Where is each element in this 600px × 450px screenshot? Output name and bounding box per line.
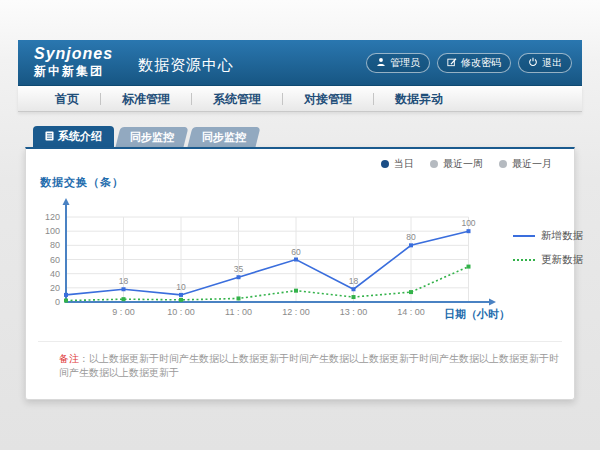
tab-label: 系统介绍 [58,129,102,144]
page-title: 数据资源中心 [138,56,234,75]
svg-text:60: 60 [291,247,301,257]
user-icon [376,57,386,69]
x-axis-title: 日期（小时） [444,307,510,322]
svg-text:10: 10 [176,282,186,292]
action-label: 修改密码 [461,56,501,70]
legend-label: 更新数据 [541,253,583,267]
main-nav: 首页标准管理系统管理对接管理数据异动 [18,86,582,112]
svg-text:18: 18 [119,276,129,286]
tab-2[interactable]: 同步监控 [116,127,189,147]
time-range-group: 当日最近一周最近一月 [381,157,552,171]
svg-text:12 : 00: 12 : 00 [282,307,310,317]
svg-text:0: 0 [55,297,60,307]
action-label: 退出 [542,56,562,70]
edit-icon [447,57,457,69]
radio-label: 最近一周 [443,157,483,171]
legend-line-sample [513,235,535,237]
svg-text:100: 100 [45,226,60,236]
nav-item-4[interactable]: 对接管理 [283,86,373,112]
nav-item-5[interactable]: 数据异动 [374,86,464,112]
tab-bar: 系统介绍同步监控同步监控 [33,126,258,147]
tab-label: 同步监控 [202,130,246,145]
legend-item-2: 更新数据 [513,253,583,267]
time-range-option-2[interactable]: 最近一周 [430,157,483,171]
radio-label: 当日 [394,157,414,171]
svg-text:100: 100 [461,218,475,228]
svg-text:11 : 00: 11 : 00 [225,307,252,317]
legend-label: 新增数据 [541,229,583,243]
svg-text:60: 60 [50,255,60,265]
divider [38,341,562,342]
tab-label: 同步监控 [130,130,174,145]
svg-text:13 : 00: 13 : 00 [340,307,368,317]
power-action-button[interactable]: 退出 [518,53,572,73]
time-range-option-3[interactable]: 最近一月 [499,157,552,171]
svg-text:80: 80 [406,232,416,242]
radio-dot-icon [499,160,507,168]
line-chart: 0204060801001209 : 0010 : 0011 : 0012 : … [41,191,511,321]
svg-text:14 : 00: 14 : 00 [397,307,425,317]
content-panel: 当日最近一周最近一月 数据交换（条） 0204060801001209 : 00… [25,147,575,400]
legend-line-sample [513,259,535,261]
svg-text:35: 35 [234,264,244,274]
radio-dot-icon [381,160,389,168]
tab-1[interactable]: 系统介绍 [33,126,114,147]
svg-text:40: 40 [50,269,60,279]
radio-dot-icon [430,160,438,168]
footnote-text: ：以上数据更新于时间产生数据以上数据更新于时间产生数据以上数据更新于时间产生数据… [59,353,559,378]
brand-logo: Synjones 新中新集团 [34,45,113,79]
legend-item-1: 新增数据 [513,229,583,243]
action-label: 管理员 [390,56,420,70]
user-actions: 管理员修改密码退出 [366,53,572,73]
y-axis-title: 数据交换（条） [40,175,124,190]
user-action-button[interactable]: 管理员 [366,53,430,73]
svg-text:80: 80 [50,240,60,250]
tab-3[interactable]: 同步监控 [188,127,261,147]
footnote-label: 备注 [59,353,79,364]
nav-item-2[interactable]: 标准管理 [101,86,191,112]
edit-action-button[interactable]: 修改密码 [437,53,511,73]
brand-name: Synjones [34,45,113,63]
brand-name-cn: 新中新集团 [34,63,113,79]
footnote: 备注：以上数据更新于时间产生数据以上数据更新于时间产生数据以上数据更新于时间产生… [59,352,564,380]
nav-item-3[interactable]: 系统管理 [192,86,282,112]
app-header: Synjones 新中新集团 数据资源中心 管理员修改密码退出 [18,40,582,86]
svg-text:10 : 00: 10 : 00 [167,307,195,317]
svg-text:18: 18 [349,276,359,286]
nav-item-1[interactable]: 首页 [34,86,100,112]
chart-legend: 新增数据更新数据 [513,229,583,267]
radio-label: 最近一月 [512,157,552,171]
doc-icon [45,131,54,143]
svg-text:9 : 00: 9 : 00 [112,307,135,317]
svg-text:20: 20 [50,283,60,293]
time-range-option-1[interactable]: 当日 [381,157,414,171]
svg-text:120: 120 [45,212,60,222]
power-icon [528,57,538,69]
